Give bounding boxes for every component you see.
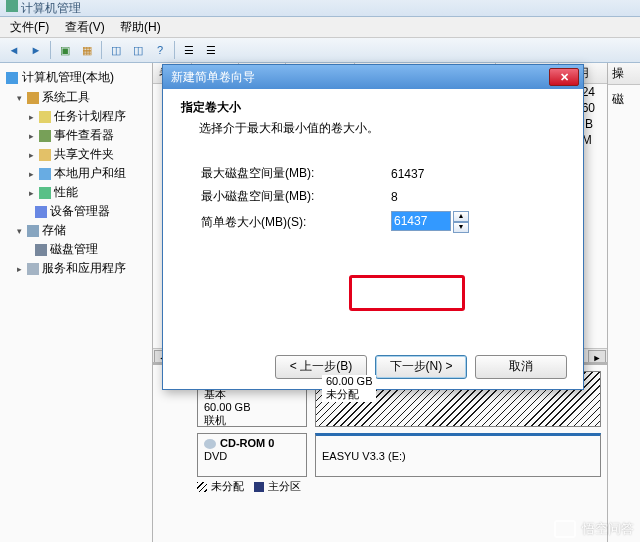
- close-button[interactable]: ✕: [549, 68, 579, 86]
- max-space-label: 最大磁盘空间量(MB):: [201, 165, 391, 182]
- dialog-body: 指定卷大小 选择介于最大和最小值的卷大小。 最大磁盘空间量(MB): 61437…: [163, 89, 583, 249]
- dialog-title: 新建简单卷向导: [171, 69, 255, 86]
- dialog-heading: 指定卷大小: [181, 99, 565, 116]
- highlight-box: [349, 275, 465, 311]
- row-max-space: 最大磁盘空间量(MB): 61437: [201, 165, 565, 182]
- next-button[interactable]: 下一步(N) >: [375, 355, 467, 379]
- row-volume-size: 简单卷大小(MB)(S): ▲ ▼: [201, 211, 565, 233]
- dialog-titlebar[interactable]: 新建简单卷向导 ✕: [163, 65, 583, 89]
- watermark-text: 悟空问答: [582, 520, 634, 538]
- volume-size-spinner: ▲ ▼: [391, 211, 469, 233]
- cancel-button[interactable]: 取消: [475, 355, 567, 379]
- partition-size: 60.00 GB: [326, 375, 372, 387]
- volume-size-input[interactable]: [391, 211, 451, 231]
- dialog-subtext: 选择介于最大和最小值的卷大小。: [199, 120, 565, 137]
- watermark: 悟空问答: [554, 520, 634, 538]
- spinner-down-button[interactable]: ▼: [453, 222, 469, 233]
- spinner-up-button[interactable]: ▲: [453, 211, 469, 222]
- partition-status: 未分配: [326, 387, 372, 402]
- volume-size-label: 简单卷大小(MB)(S):: [201, 214, 391, 231]
- min-space-label: 最小磁盘空间量(MB):: [201, 188, 391, 205]
- row-min-space: 最小磁盘空间量(MB): 8: [201, 188, 565, 205]
- max-space-value: 61437: [391, 167, 491, 181]
- min-space-value: 8: [391, 190, 491, 204]
- watermark-icon: [554, 520, 576, 538]
- new-volume-wizard-dialog: 新建简单卷向导 ✕ 指定卷大小 选择介于最大和最小值的卷大小。 最大磁盘空间量(…: [162, 64, 584, 390]
